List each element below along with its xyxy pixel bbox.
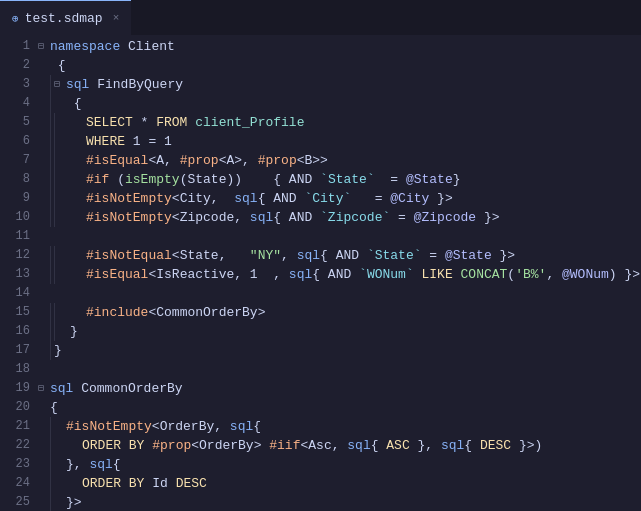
line-num-13: 13 [8, 265, 30, 284]
active-tab[interactable]: ⊕ test.sdmap × [0, 0, 131, 35]
code-line-13: #isEqual<IsReactive, 1 , sql{ AND `WONum… [38, 265, 641, 284]
line-num-15: 15 [8, 303, 30, 322]
tab-close-button[interactable]: × [113, 12, 120, 24]
code-line-3: ⊟sql FindByQuery [38, 75, 641, 94]
tab-filename: test.sdmap [25, 11, 103, 26]
code-line-21: #isNotEmpty<OrderBy, sql{ [38, 417, 641, 436]
line-num-16: 16 [8, 322, 30, 341]
code-line-20: { [38, 398, 641, 417]
line-num-6: 6 [8, 132, 30, 151]
code-content: ⊟namespace Client { ⊟sql FindByQuery { S… [38, 35, 641, 511]
code-line-7: #isEqual<A, #prop<A>, #prop<B>> [38, 151, 641, 170]
code-line-5: SELECT * FROM client_Profile [38, 113, 641, 132]
fold-19[interactable]: ⊟ [38, 379, 50, 398]
line-num-1: 1 [8, 37, 30, 56]
code-line-6: WHERE 1 = 1 [38, 132, 641, 151]
file-icon: ⊕ [12, 12, 19, 25]
line-num-5: 5 [8, 113, 30, 132]
code-line-15: #include<CommonOrderBy> [38, 303, 641, 322]
tab-bar: ⊕ test.sdmap × [0, 0, 641, 35]
line-num-18: 18 [8, 360, 30, 379]
line-num-2: 2 [8, 56, 30, 75]
line-num-11: 11 [8, 227, 30, 246]
code-line-2: { [38, 56, 641, 75]
line-num-12: 12 [8, 246, 30, 265]
line-num-8: 8 [8, 170, 30, 189]
code-line-8: #if (isEmpty(State)) { AND `State` = @St… [38, 170, 641, 189]
code-line-9: #isNotEmpty<City, sql{ AND `City` = @Cit… [38, 189, 641, 208]
fold-3[interactable]: ⊟ [54, 75, 66, 94]
editor-container: ⊕ test.sdmap × 1 2 3 4 5 6 7 8 9 10 11 1… [0, 0, 641, 511]
line-num-22: 22 [8, 436, 30, 455]
code-line-25: }> [38, 493, 641, 511]
code-line-22: ORDER BY #prop<OrderBy> #iif<Asc, sql{ A… [38, 436, 641, 455]
line-num-14: 14 [8, 284, 30, 303]
line-num-25: 25 [8, 493, 30, 511]
code-line-18 [38, 360, 641, 379]
line-num-23: 23 [8, 455, 30, 474]
code-line-16: } [38, 322, 641, 341]
line-num-10: 10 [8, 208, 30, 227]
fold-1[interactable]: ⊟ [38, 37, 50, 56]
line-num-3: 3 [8, 75, 30, 94]
line-num-19: 19 [8, 379, 30, 398]
line-num-20: 20 [8, 398, 30, 417]
code-line-4: { [38, 94, 641, 113]
code-line-12: #isNotEqual<State, "NY", sql{ AND `State… [38, 246, 641, 265]
code-line-14 [38, 284, 641, 303]
line-num-9: 9 [8, 189, 30, 208]
code-area: 1 2 3 4 5 6 7 8 9 10 11 12 13 14 15 16 1… [0, 35, 641, 511]
line-num-7: 7 [8, 151, 30, 170]
code-line-23: }, sql{ [38, 455, 641, 474]
code-line-1: ⊟namespace Client [38, 37, 641, 56]
line-num-17: 17 [8, 341, 30, 360]
code-line-19: ⊟sql CommonOrderBy [38, 379, 641, 398]
code-line-17: } [38, 341, 641, 360]
line-num-24: 24 [8, 474, 30, 493]
line-numbers: 1 2 3 4 5 6 7 8 9 10 11 12 13 14 15 16 1… [0, 35, 38, 511]
code-line-24: ORDER BY Id DESC [38, 474, 641, 493]
code-line-11 [38, 227, 641, 246]
line-num-4: 4 [8, 94, 30, 113]
line-num-21: 21 [8, 417, 30, 436]
code-line-10: #isNotEmpty<Zipcode, sql{ AND `Zipcode` … [38, 208, 641, 227]
